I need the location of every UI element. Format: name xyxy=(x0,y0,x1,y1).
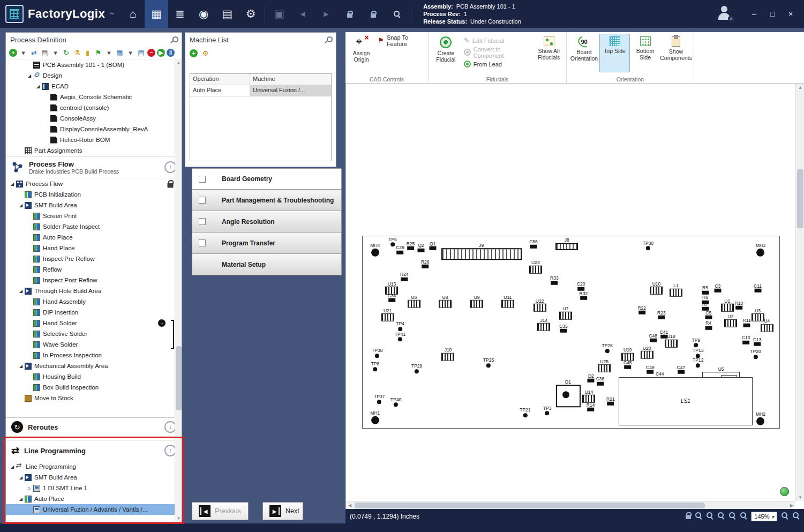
zoom-in-icon[interactable] xyxy=(706,512,713,521)
previous-button[interactable]: Previous xyxy=(192,502,249,520)
pcb-component-tp25[interactable]: TP25 xyxy=(483,358,494,368)
database-button[interactable]: ▤ xyxy=(137,48,146,57)
pcb-component-tp9[interactable]: TP9 xyxy=(692,338,701,348)
remove-button[interactable]: − xyxy=(147,49,155,57)
add-caret-icon[interactable]: ▾ xyxy=(19,48,28,57)
pcb-component-tp37[interactable]: TP37 xyxy=(374,395,385,404)
pcb-component-j8[interactable]: J8 xyxy=(555,238,578,250)
scroll-down-icon[interactable]: ▼ xyxy=(796,493,804,501)
pcb-component-c10[interactable]: C10 xyxy=(742,335,750,344)
reroutes-section-header[interactable]: Reroutes xyxy=(6,417,182,437)
show-components-button[interactable]: Show Components xyxy=(660,34,692,72)
accordion-angle-resolution[interactable]: Angle Resolution xyxy=(192,211,342,233)
process-step-smt-build-area[interactable]: ◢SMT Build Area xyxy=(6,200,182,211)
pcb-component-mh1[interactable]: MH1 xyxy=(370,411,380,424)
process-step-hand-assembly[interactable]: Hand Assembly xyxy=(6,296,182,307)
assign-origin-button[interactable]: Assign Origin xyxy=(348,34,375,72)
pcb-component-tp12[interactable]: TP12 xyxy=(693,358,703,368)
pcb-component-u1[interactable]: U1 xyxy=(721,299,734,312)
pcb-component-u4[interactable]: U4 xyxy=(761,319,773,332)
user-icon[interactable]: × xyxy=(716,5,732,21)
tree-item-ecad[interactable]: ◢ECAD xyxy=(6,81,182,92)
pcb-component-c45[interactable]: C45 xyxy=(623,361,632,370)
view-options-button[interactable] xyxy=(780,487,789,496)
process-flow-section-header[interactable]: Process Flow Drake Industries PCB Build … xyxy=(6,156,182,178)
tree-item-helico-rotor-bom[interactable]: Helico-Rotor BOM xyxy=(6,134,182,145)
reroute-marker-icon[interactable] xyxy=(158,319,166,327)
expander-icon[interactable]: ◢ xyxy=(18,497,24,501)
bom-search-icon[interactable] xyxy=(385,0,409,28)
pcb-component-l1[interactable]: L1 xyxy=(670,283,682,297)
fit-view-icon[interactable] xyxy=(728,512,736,521)
pcb-component-q2[interactable]: Q2 xyxy=(417,243,424,252)
process-step-box-build-inspection[interactable]: Box Build Inspection xyxy=(6,382,182,393)
pcb-component-r5[interactable]: R5 xyxy=(702,286,709,295)
process-step-pcb-initialization[interactable]: PCB Initialization xyxy=(6,189,182,200)
pcb-component-r21[interactable]: R21 xyxy=(606,397,615,406)
scroll-down-icon[interactable]: ▼ xyxy=(175,515,182,522)
pcb-component-r11[interactable]: R11 xyxy=(743,318,751,327)
checkbox[interactable] xyxy=(199,176,206,183)
accordion-part-management-troubleshooting[interactable]: Part Management & Troubleshooting xyxy=(192,190,342,211)
pcb-component-c11[interactable]: C11 xyxy=(754,283,762,293)
pin-icon[interactable] xyxy=(325,36,332,43)
snap-to-feature-button[interactable]: Snap To Feature xyxy=(375,35,426,46)
expander-icon[interactable]: ◢ xyxy=(18,364,24,369)
pcb-component-mh2[interactable]: MH2 xyxy=(756,412,765,425)
zoom-selection-icon[interactable] xyxy=(740,512,747,521)
pcb-component-tp8[interactable]: TP8 xyxy=(371,362,380,372)
pcb-component-c47[interactable]: C47 xyxy=(677,365,686,374)
process-step-hand-place[interactable]: Hand Place xyxy=(6,243,182,253)
accordion-program-transfer[interactable]: Program Transfer xyxy=(192,233,342,254)
grid-caret-icon[interactable]: ▾ xyxy=(126,48,135,57)
expander-icon[interactable]: ◢ xyxy=(26,73,33,78)
pcb-component-r7[interactable]: R7 xyxy=(702,302,709,311)
expander-icon[interactable]: ◢ xyxy=(9,182,16,186)
grid-button[interactable]: ▦ xyxy=(115,48,124,57)
process-step-inspect-pre-reflow[interactable]: Inspect Pre Reflow xyxy=(6,253,182,264)
process-step-in-process-inspection[interactable]: In Process Inspection xyxy=(6,350,182,361)
expander-icon[interactable]: ▷ xyxy=(26,486,33,491)
pcb-component-u10[interactable]: U10 xyxy=(650,281,663,295)
settings-icon[interactable]: ⚙ xyxy=(239,0,262,28)
process-step-wave-solder[interactable]: Wave Solder xyxy=(6,339,182,350)
print-caret-icon[interactable]: ▾ xyxy=(51,48,60,57)
tree-item-consoleassy[interactable]: ConsoleAssy xyxy=(6,113,182,124)
process-definition-scrollbar[interactable]: ▲ ▼ xyxy=(175,59,182,522)
pcb-component-r10[interactable]: R10 xyxy=(735,301,743,310)
tree-item-design[interactable]: ◢Design xyxy=(6,70,182,81)
zoom-out-icon[interactable] xyxy=(717,512,725,521)
process-step-dip-insertion[interactable]: DIP Insertion xyxy=(6,307,182,318)
pcb-component-r14[interactable]: R14 xyxy=(587,402,595,411)
machine-table-row[interactable]: Auto PlaceUniversal Fuzion /... xyxy=(190,85,331,96)
line-programming-section-header[interactable]: Line Programming xyxy=(6,440,182,461)
pcb-component-c49[interactable]: C49 xyxy=(646,365,655,374)
pcb-component-j14[interactable]: J14 xyxy=(537,318,550,331)
pcb-board[interactable]: MH4TP5C28R25Q2Q1R26R24J9C56U23J8TP30MH3R… xyxy=(362,236,780,429)
expander-icon[interactable]: ◢ xyxy=(35,84,41,89)
pcb-component-d1[interactable]: D1 xyxy=(556,380,581,408)
pcb-component-c36[interactable]: C36 xyxy=(596,377,605,386)
scroll-up-icon[interactable]: ▲ xyxy=(796,84,804,91)
pcb-component-j9[interactable]: J9 xyxy=(441,243,522,260)
documents-icon[interactable]: ▤ xyxy=(215,0,239,28)
line-programming-item-auto-place[interactable]: ◢Auto Place xyxy=(6,493,182,504)
scroll-right-icon[interactable]: ▶ xyxy=(788,501,795,509)
pcb-component-u9[interactable]: U9 xyxy=(470,295,483,308)
pcb-component-c48[interactable]: C48 xyxy=(649,333,657,342)
pcb-component-j10[interactable]: J10 xyxy=(441,348,454,361)
process-step-hand-solder[interactable]: Hand Solder xyxy=(6,318,182,328)
refresh-button[interactable]: ↻ xyxy=(62,48,71,57)
next-view-icon[interactable] xyxy=(792,512,800,521)
machine-settings-button[interactable]: ⚙ xyxy=(201,49,210,58)
pcb-component-q1[interactable]: Q1 xyxy=(429,242,436,251)
pcb-component-tp3[interactable]: TP3 xyxy=(543,406,552,416)
back-icon[interactable]: ◀ xyxy=(291,0,314,28)
from-lead-button[interactable]: From Lead xyxy=(461,58,534,70)
scrollbar-thumb[interactable] xyxy=(797,169,803,228)
pcb-component-u6[interactable]: U6 xyxy=(408,295,420,308)
tree-item-pcb-assembly-101-1-bom[interactable]: PCB Assembly 101 - 1 (BOM) xyxy=(6,59,182,70)
scroll-left-icon[interactable]: ◀ xyxy=(346,501,354,509)
pcb-component-r24[interactable]: R24 xyxy=(400,272,409,281)
pcb-component-d2[interactable]: D2 xyxy=(588,374,595,383)
